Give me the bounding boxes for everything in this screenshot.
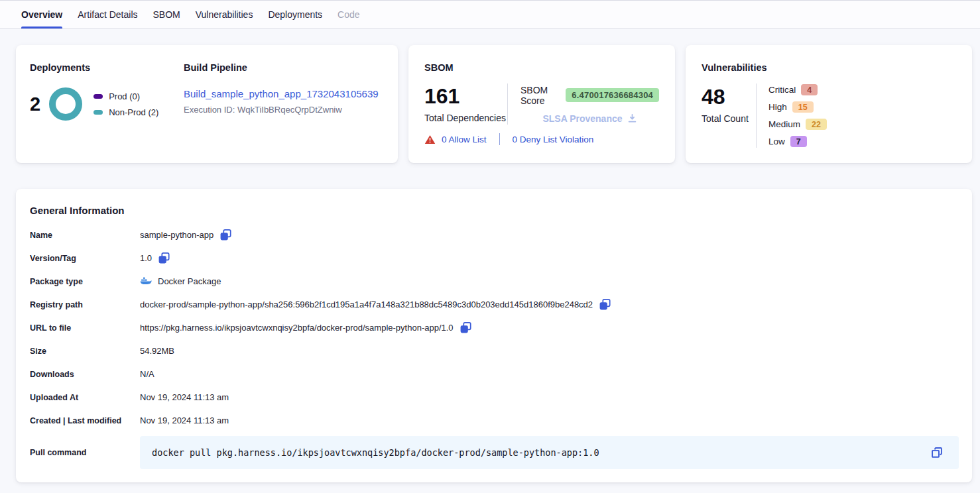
sbom-card: SBOM 161 Total Dependencies SBOM Score 6…: [408, 45, 675, 163]
version-tag-value: 1.0: [140, 253, 152, 263]
url-to-file-label: URL to file: [30, 323, 140, 333]
allow-list-link[interactable]: 0 Allow List: [442, 135, 487, 144]
vulnerabilities-title: Vulnerabilities: [702, 62, 956, 73]
row-name: Name sample-python-app: [30, 223, 959, 246]
downloads-label: Downloads: [30, 370, 140, 379]
name-value: sample-python-app: [140, 230, 214, 240]
url-to-file-value: https://pkg.harness.io/ikpsjoavtcwxnqisy…: [140, 323, 454, 333]
uploaded-at-label: Uploaded At: [30, 393, 140, 402]
pull-command-label: Pull command: [30, 448, 140, 457]
downloads-value: N/A: [140, 369, 154, 379]
tab-vulnerabilities[interactable]: Vulnerabilities: [196, 1, 253, 28]
docker-whale-icon: [140, 276, 152, 286]
prod-color-swatch: [93, 94, 103, 99]
slsa-provenance-link[interactable]: SLSA Provenance: [521, 113, 659, 124]
nonprod-color-swatch: [93, 110, 103, 115]
severity-list: Critical 4 High 15 Medium 22 Low 7: [757, 83, 827, 148]
deployments-total-count: 2: [30, 93, 40, 115]
row-pull-command: Pull command docker pull pkg.harness.io/…: [30, 436, 959, 469]
copy-version-button[interactable]: [158, 252, 170, 264]
row-version-tag: Version/Tag 1.0: [30, 246, 959, 270]
sbom-score-badge: 6.470017636684304: [566, 88, 659, 102]
copy-registry-path-button[interactable]: [599, 298, 611, 311]
row-created-modified: Created | Last modified Nov 19, 2024 11:…: [30, 409, 959, 432]
download-icon: [627, 113, 637, 123]
high-count-badge: 15: [792, 101, 814, 113]
registry-path-label: Registry path: [30, 300, 140, 309]
low-label: Low: [768, 137, 785, 146]
slsa-provenance-label: SLSA Provenance: [542, 113, 622, 124]
medium-label: Medium: [768, 119, 800, 129]
deployments-title: Deployments: [30, 62, 184, 73]
critical-label: Critical: [768, 85, 796, 95]
tab-overview[interactable]: Overview: [21, 1, 62, 28]
severity-row-high: High 15: [768, 101, 827, 113]
pull-command-box: docker pull pkg.harness.io/ikpsjoavtcwxn…: [140, 436, 959, 469]
tab-sbom[interactable]: SBOM: [153, 1, 180, 28]
deployments-section: Deployments 2 Prod (0) Non-Prod (2): [30, 62, 184, 163]
row-size: Size 54.92MB: [30, 339, 959, 362]
severity-row-medium: Medium 22: [768, 118, 827, 131]
high-label: High: [768, 102, 787, 112]
row-package-type: Package type Docker Package: [30, 270, 959, 293]
package-type-label: Package type: [30, 277, 140, 286]
vulnerabilities-total-count: 48: [702, 86, 756, 107]
version-tag-label: Version/Tag: [30, 254, 140, 263]
deployments-card: Deployments 2 Prod (0) Non-Prod (2) Buil…: [16, 45, 398, 163]
pipeline-link[interactable]: Build_sample_python_app_1732043105639: [184, 88, 379, 99]
sbom-score-label: SBOM Score: [521, 85, 559, 106]
severity-row-low: Low 7: [768, 135, 827, 148]
medium-count-badge: 22: [806, 119, 827, 130]
legend-item-prod: Prod (0): [93, 91, 158, 101]
row-url-to-file: URL to file https://pkg.harness.io/ikpsj…: [30, 316, 959, 339]
row-downloads: Downloads N/A: [30, 362, 959, 386]
copy-pull-command-button[interactable]: [931, 447, 943, 459]
pull-command-value: docker pull pkg.harness.io/ikpsjoavtcwxn…: [152, 447, 599, 458]
general-information-card: General Information Name sample-python-a…: [16, 189, 972, 482]
tab-deployments[interactable]: Deployments: [268, 1, 322, 28]
package-type-value: Docker Package: [158, 276, 221, 286]
prod-legend-label: Prod (0): [109, 91, 140, 101]
build-pipeline-title: Build Pipeline: [184, 62, 385, 73]
low-count-badge: 7: [790, 136, 807, 147]
execution-id-text: Execution ID: WqkTiIbBRqecQrpDtZwniw: [184, 105, 385, 115]
vulnerabilities-card: Vulnerabilities 48 Total Count Critical …: [686, 45, 972, 163]
critical-count-badge: 4: [801, 84, 818, 95]
copy-url-button[interactable]: [459, 321, 472, 334]
tab-artifact-details[interactable]: Artifact Details: [78, 1, 137, 28]
deployments-legend: Prod (0) Non-Prod (2): [93, 91, 158, 117]
row-uploaded-at: Uploaded At Nov 19, 2024 11:13 am: [30, 386, 959, 409]
tab-code: Code: [337, 1, 359, 28]
summary-cards-row: Deployments 2 Prod (0) Non-Prod (2) Buil…: [16, 45, 972, 163]
copy-name-button[interactable]: [219, 229, 232, 241]
tab-bar: Overview Artifact Details SBOM Vulnerabi…: [0, 0, 980, 29]
warning-triangle-icon: [424, 135, 436, 144]
registry-path-value: docker-prod/sample-python-app/sha256:596…: [140, 300, 593, 309]
legend-item-nonprod: Non-Prod (2): [93, 107, 158, 117]
links-separator: [499, 133, 500, 145]
deployments-donut-chart: [49, 87, 82, 121]
sbom-total-dependencies: 161: [424, 85, 507, 107]
severity-row-critical: Critical 4: [768, 83, 827, 96]
build-pipeline-section: Build Pipeline Build_sample_python_app_1…: [184, 62, 385, 163]
sbom-title: SBOM: [424, 62, 659, 73]
size-label: Size: [30, 347, 140, 356]
size-value: 54.92MB: [140, 346, 174, 356]
name-label: Name: [30, 231, 140, 240]
deny-list-violation-link[interactable]: 0 Deny List Violation: [513, 135, 594, 144]
created-modified-value: Nov 19, 2024 11:13 am: [140, 415, 229, 425]
created-modified-label: Created | Last modified: [30, 416, 140, 425]
uploaded-at-value: Nov 19, 2024 11:13 am: [140, 392, 229, 402]
nonprod-legend-label: Non-Prod (2): [109, 107, 158, 117]
general-information-title: General Information: [30, 205, 959, 216]
vulnerabilities-total-label: Total Count: [702, 113, 756, 124]
row-registry-path: Registry path docker-prod/sample-python-…: [30, 293, 959, 316]
sbom-total-label: Total Dependencies: [424, 113, 507, 123]
